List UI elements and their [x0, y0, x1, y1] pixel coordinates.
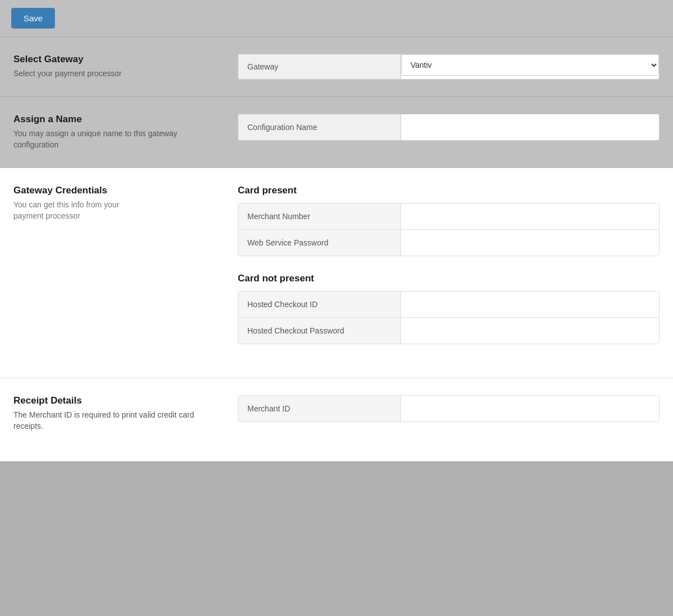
- merchant-id-row: Merchant ID: [238, 396, 659, 422]
- gateway-label: Gateway: [238, 54, 401, 79]
- web-service-password-label: Web Service Password: [238, 230, 401, 256]
- gateway-credentials-section: Gateway Credentials You can get this inf…: [0, 168, 673, 378]
- gateway-row: Gateway Vantiv Stripe Braintree PayPal: [238, 54, 659, 79]
- config-name-input-cell[interactable]: [401, 114, 659, 140]
- hosted-checkout-id-label: Hosted Checkout ID: [238, 291, 401, 317]
- gateway-select[interactable]: Vantiv Stripe Braintree PayPal: [401, 54, 659, 76]
- card-present-subtitle: Card present: [238, 185, 660, 196]
- hosted-checkout-id-row: Hosted Checkout ID: [238, 291, 659, 318]
- web-service-password-row: Web Service Password: [238, 230, 659, 256]
- hosted-checkout-id-input[interactable]: [401, 291, 659, 317]
- config-name-row: Configuration Name: [238, 114, 659, 140]
- config-name-table: Configuration Name: [238, 114, 660, 141]
- select-gateway-right: Gateway Vantiv Stripe Braintree PayPal: [238, 54, 660, 80]
- web-service-password-input-cell[interactable]: [401, 230, 659, 256]
- credentials-title: Gateway Credentials: [13, 185, 215, 196]
- credentials-left: Gateway Credentials You can get this inf…: [13, 185, 215, 221]
- save-button[interactable]: Save: [11, 8, 55, 29]
- gateway-field-table: Gateway Vantiv Stripe Braintree PayPal: [238, 54, 660, 80]
- assign-name-description: You may assign a unique name to this gat…: [13, 128, 215, 150]
- select-gateway-section: Select Gateway Select your payment proce…: [0, 37, 673, 97]
- receipt-description: The Merchant ID is required to print val…: [13, 410, 215, 432]
- hosted-checkout-password-row: Hosted Checkout Password: [238, 318, 659, 344]
- merchant-number-row: Merchant Number: [238, 203, 659, 230]
- merchant-id-input-cell[interactable]: [401, 396, 659, 422]
- assign-name-section: Assign a Name You may assign a unique na…: [0, 97, 673, 168]
- merchant-number-input[interactable]: [401, 203, 659, 229]
- credentials-desc-line1: You can get this info from your: [13, 200, 119, 209]
- receipt-right: Merchant ID: [238, 395, 660, 439]
- credentials-right: Card present Merchant Number Web Service…: [238, 185, 660, 361]
- hosted-checkout-id-input-cell[interactable]: [401, 291, 659, 317]
- assign-name-left: Assign a Name You may assign a unique na…: [13, 114, 215, 150]
- config-name-input[interactable]: [401, 114, 659, 140]
- credentials-desc-line2: payment processor: [13, 211, 80, 220]
- hosted-checkout-password-input[interactable]: [401, 318, 659, 344]
- web-service-password-input[interactable]: [401, 230, 659, 256]
- receipt-left: Receipt Details The Merchant ID is requi…: [13, 395, 215, 432]
- gateway-select-cell[interactable]: Vantiv Stripe Braintree PayPal: [401, 54, 659, 79]
- toolbar: Save: [0, 0, 673, 37]
- receipt-title: Receipt Details: [13, 395, 215, 406]
- merchant-number-label: Merchant Number: [238, 203, 401, 229]
- receipt-details-section: Receipt Details The Merchant ID is requi…: [0, 378, 673, 461]
- card-not-present-subtitle: Card not present: [238, 273, 660, 284]
- merchant-id-label: Merchant ID: [238, 396, 401, 422]
- merchant-id-input[interactable]: [401, 396, 659, 422]
- select-gateway-title: Select Gateway: [13, 54, 215, 65]
- select-gateway-description: Select your payment processor: [13, 68, 215, 80]
- select-gateway-left: Select Gateway Select your payment proce…: [13, 54, 215, 80]
- hosted-checkout-password-label: Hosted Checkout Password: [238, 318, 401, 344]
- hosted-checkout-password-input-cell[interactable]: [401, 318, 659, 344]
- assign-name-right: Configuration Name: [238, 114, 660, 141]
- card-present-table: Merchant Number Web Service Password: [238, 203, 660, 256]
- credentials-description: You can get this info from your payment …: [13, 200, 215, 221]
- assign-name-title: Assign a Name: [13, 114, 215, 125]
- merchant-id-table: Merchant ID: [238, 395, 660, 422]
- card-not-present-table: Hosted Checkout ID Hosted Checkout Passw…: [238, 291, 660, 344]
- merchant-number-input-cell[interactable]: [401, 203, 659, 229]
- config-name-label: Configuration Name: [238, 114, 401, 140]
